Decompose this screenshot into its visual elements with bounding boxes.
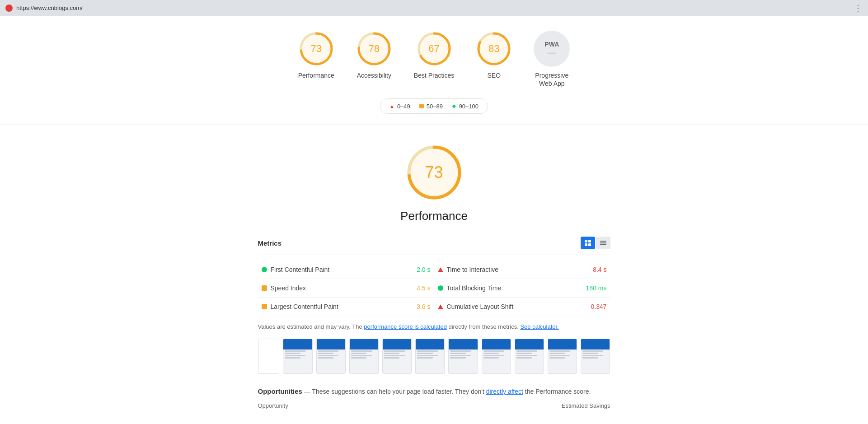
metric-lcp: Largest Contentful Paint 3.6 s <box>258 298 434 316</box>
metric-tbt: Total Blocking Time 180 ms <box>434 279 610 298</box>
filmstrip-frame-1 <box>283 339 312 374</box>
performance-score-value: 73 <box>311 43 322 55</box>
metrics-note: Values are estimated and may vary. The p… <box>258 322 610 331</box>
metrics-header: Metrics <box>258 237 610 255</box>
metrics-right-col: Time to Interactive 8.4 s Total Blocking… <box>434 261 610 316</box>
url-bar[interactable]: https://www.cnblogs.com/ <box>16 5 83 11</box>
legend-range-red: 0–49 <box>397 103 410 110</box>
filmstrip-frame-2 <box>316 339 346 374</box>
si-name: Speed Index <box>271 284 413 292</box>
cls-value: 0.347 <box>591 303 606 310</box>
score-item-performance[interactable]: 73 Performance <box>298 31 334 79</box>
svg-rect-19 <box>600 241 606 242</box>
scores-section: 73 Performance 78 Accessibility <box>0 16 868 125</box>
score-item-best-practices[interactable]: 67 Best Practices <box>414 31 454 79</box>
opportunities-col-headers: Opportunity Estimated Savings <box>258 399 610 413</box>
legend-green-icon: ● <box>452 103 456 110</box>
filmstrip-frame-7 <box>482 339 511 374</box>
score-legend: ▲ 0–49 50–89 ● 90–100 <box>380 98 488 114</box>
svg-rect-18 <box>588 243 591 246</box>
svg-rect-21 <box>600 244 606 245</box>
performance-score-label: Performance <box>298 71 334 79</box>
seo-score-value: 83 <box>488 43 499 55</box>
tbt-name: Total Blocking Time <box>447 284 582 292</box>
score-circle-performance: 73 <box>298 31 334 67</box>
cls-name: Cumulative Layout Shift <box>447 303 587 310</box>
filmstrip-frame-4 <box>382 339 412 374</box>
tti-name: Time to Interactive <box>447 266 590 273</box>
metric-si: Speed Index 4.5 s <box>258 279 434 298</box>
metric-fcp: First Contentful Paint 2.0 s <box>258 261 434 279</box>
fcp-name: First Contentful Paint <box>271 266 413 273</box>
legend-item-orange: 50–89 <box>419 103 443 110</box>
score-item-seo[interactable]: 83 SEO <box>476 31 512 79</box>
scores-row: 73 Performance 78 Accessibility <box>298 31 570 88</box>
opportunities-title: Opportunities <box>258 387 302 395</box>
score-circle-accessibility: 78 <box>356 31 392 67</box>
fcp-indicator <box>262 267 267 272</box>
pwa-score-label: ProgressiveWeb App <box>535 71 568 88</box>
si-indicator <box>262 285 267 291</box>
score-item-pwa[interactable]: PWA — ProgressiveWeb App <box>534 31 570 88</box>
cls-indicator <box>438 304 443 309</box>
fcp-value: 2.0 s <box>417 266 430 273</box>
filmstrip-frame-6 <box>448 339 478 374</box>
page-content: 73 Performance 78 Accessibility <box>0 16 868 424</box>
big-performance-label: Performance <box>400 209 468 223</box>
best-practices-score-label: Best Practices <box>414 71 454 79</box>
seo-score-label: SEO <box>488 71 501 79</box>
opportunities-subtitle-after: the Performance score. <box>523 388 591 395</box>
browser-bar: https://www.cnblogs.com/ ⋮ <box>0 0 868 16</box>
performance-detail-section: 73 Performance Metrics <box>0 125 868 424</box>
opportunities-subtitle-before: — These suggestions can help your page l… <box>304 388 486 395</box>
metrics-left-col: First Contentful Paint 2.0 s Speed Index… <box>258 261 434 316</box>
directly-affect-link[interactable]: directly affect <box>486 388 523 395</box>
legend-range-green: 90–100 <box>459 103 479 110</box>
favicon-icon <box>5 5 13 12</box>
note-text-before: Values are estimated and may vary. The <box>258 323 364 330</box>
metric-cls: Cumulative Layout Shift 0.347 <box>434 298 610 316</box>
filmstrip-frame-8 <box>515 339 544 374</box>
tbt-indicator <box>438 285 443 291</box>
big-score-circle: 73 <box>405 143 464 202</box>
toggle-grid-button[interactable] <box>581 237 595 249</box>
perf-score-link[interactable]: performance score is calculated <box>364 323 447 330</box>
score-circle-best-practices: 67 <box>416 31 452 67</box>
lcp-indicator <box>262 304 267 309</box>
pwa-dash: — <box>547 48 556 57</box>
filmstrip-frame-5 <box>415 339 445 374</box>
pwa-circle: PWA — <box>534 31 570 67</box>
opportunities-section: Opportunities — These suggestions can he… <box>258 387 610 413</box>
tti-value: 8.4 s <box>593 266 606 273</box>
metrics-title: Metrics <box>258 239 282 247</box>
metrics-grid: First Contentful Paint 2.0 s Speed Index… <box>258 261 610 316</box>
note-text-middle: directly from these metrics. <box>447 323 521 330</box>
svg-rect-17 <box>585 243 587 246</box>
legend-orange-icon <box>419 104 424 108</box>
score-circle-seo: 83 <box>476 31 512 67</box>
filmstrip-frame-blank <box>258 339 280 374</box>
svg-rect-16 <box>588 240 591 242</box>
legend-range-orange: 50–89 <box>427 103 443 110</box>
filmstrip-frame-10 <box>581 339 610 374</box>
lcp-name: Largest Contentful Paint <box>271 303 413 310</box>
pwa-text: PWA <box>544 41 559 48</box>
accessibility-score-label: Accessibility <box>357 71 391 79</box>
legend-item-green: ● 90–100 <box>452 103 479 110</box>
opp-col-opportunity: Opportunity <box>258 402 288 409</box>
accessibility-score-value: 78 <box>369 43 380 55</box>
big-performance-score: 73 <box>425 163 443 182</box>
tbt-value: 180 ms <box>586 284 607 292</box>
calculator-link[interactable]: See calculator. <box>520 323 558 330</box>
legend-item-red: ▲ 0–49 <box>389 103 410 110</box>
metrics-container: Metrics <box>258 237 610 413</box>
view-toggle <box>581 237 610 249</box>
toggle-list-button[interactable] <box>596 237 610 249</box>
svg-rect-15 <box>585 240 587 242</box>
score-item-accessibility[interactable]: 78 Accessibility <box>356 31 392 79</box>
si-value: 4.5 s <box>417 284 430 292</box>
filmstrip-frame-3 <box>349 339 379 374</box>
filmstrip-frame-9 <box>548 339 577 374</box>
metric-tti: Time to Interactive 8.4 s <box>434 261 610 279</box>
browser-menu-icon[interactable]: ⋮ <box>854 3 863 13</box>
